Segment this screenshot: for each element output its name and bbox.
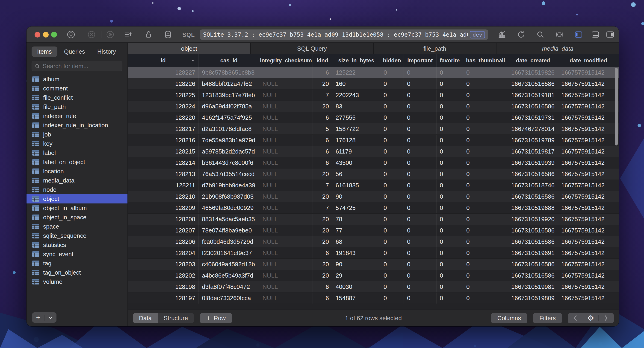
cell-kind[interactable]: 6 <box>313 135 332 146</box>
close-window-button[interactable] <box>34 32 40 37</box>
cell-important[interactable]: 0 <box>404 270 436 281</box>
cell-kind[interactable]: 20 <box>313 214 332 225</box>
cell-id[interactable]: 128203 <box>128 259 199 270</box>
cell-size_in_bytes[interactable]: 77 <box>332 225 380 236</box>
add-item-button[interactable]: + <box>32 312 44 323</box>
document-title[interactable]: SQLite 3.37.2 : ec9e7c37-b753-4e1a-ad09-… <box>200 29 488 40</box>
cell-date_modified[interactable]: 1667575915142 <box>558 146 619 157</box>
cell-hidden[interactable]: 0 <box>380 157 404 168</box>
cell-important[interactable]: 0 <box>404 78 436 89</box>
column-header-integrity_checksum[interactable]: integrity_checksum <box>259 54 313 67</box>
cell-integrity_checksum[interactable]: NULL <box>259 191 313 202</box>
cell-date_created[interactable]: 1667310519691 <box>508 247 558 258</box>
cell-date_created[interactable]: 1667310516586 <box>508 236 558 247</box>
table-row[interactable]: 1282251231839bc17e78ebNULL72202243000016… <box>128 90 619 101</box>
cell-integrity_checksum[interactable]: NULL <box>259 146 313 157</box>
cell-favorite[interactable]: 0 <box>436 135 463 146</box>
next-page-button[interactable] <box>598 313 614 323</box>
cell-kind[interactable]: 20 <box>313 169 332 179</box>
cell-cas_id[interactable]: b488bbf012a47f62 <box>199 78 259 89</box>
refresh-icon[interactable] <box>516 30 526 39</box>
cell-integrity_checksum[interactable]: NULL <box>259 180 313 191</box>
cell-date_created[interactable]: 1667310519789 <box>508 135 558 146</box>
cell-kind[interactable]: 6 <box>313 293 332 304</box>
cell-has_thumbnail[interactable]: 0 <box>463 67 508 78</box>
cell-important[interactable]: 0 <box>404 123 436 134</box>
cell-date_modified[interactable]: 1667575915142 <box>558 169 619 179</box>
cell-id[interactable]: 128208 <box>128 214 199 225</box>
table-row[interactable]: 12820778e074ff3ba9ebe0NULL20770000166731… <box>128 225 619 236</box>
table-row[interactable]: 128198d3fa8f07f48c0472NULL64003000001667… <box>128 281 619 293</box>
cell-size_in_bytes[interactable]: 61179 <box>332 146 380 157</box>
cell-id[interactable]: 128215 <box>128 146 199 157</box>
sidebar-item-statistics[interactable]: statistics <box>26 240 128 249</box>
disconnect-icon[interactable] <box>87 30 96 39</box>
cell-hidden[interactable]: 0 <box>380 112 404 123</box>
sidebar-item-album[interactable]: album <box>26 75 128 84</box>
cell-has_thumbnail[interactable]: 0 <box>463 135 508 146</box>
sql-mode-label[interactable]: SQL <box>182 31 195 38</box>
sidebar-item-space[interactable]: space <box>26 222 128 231</box>
cell-kind[interactable]: 6 <box>313 112 332 123</box>
cell-favorite[interactable]: 0 <box>436 112 463 123</box>
cell-date_created[interactable]: 1667310519826 <box>508 67 558 78</box>
cell-cas_id[interactable]: d7b919bbb9de4a39 <box>199 180 259 191</box>
doc-tab-media_data[interactable]: media_data <box>496 43 619 54</box>
cell-favorite[interactable]: 0 <box>436 225 463 236</box>
cell-integrity_checksum[interactable]: NULL <box>259 157 313 168</box>
cell-has_thumbnail[interactable]: 0 <box>463 214 508 225</box>
cell-kind[interactable]: 20 <box>313 225 332 236</box>
table-row[interactable]: 1282279b8c578b3651c8b3612522200001667310… <box>128 67 619 78</box>
cell-favorite[interactable]: 0 <box>436 169 463 179</box>
cell-date_created[interactable]: 1667310516586 <box>508 259 558 270</box>
cell-date_modified[interactable]: 1667575915142 <box>558 236 619 247</box>
table-row[interactable]: 12820888314a5dac5aeb35NULL20780000166731… <box>128 214 619 225</box>
sidebar-item-label_on_object[interactable]: label_on_object <box>26 158 128 167</box>
cell-hidden[interactable]: 0 <box>380 90 404 101</box>
cell-integrity_checksum[interactable]: NULL <box>259 169 313 179</box>
cell-date_created[interactable]: 1667310516586 <box>508 101 558 112</box>
cell-integrity_checksum[interactable]: NULL <box>259 202 313 213</box>
cell-size_in_bytes[interactable]: 56 <box>332 169 380 179</box>
cell-hidden[interactable]: 0 <box>380 293 404 304</box>
cell-favorite[interactable]: 0 <box>436 236 463 247</box>
cell-important[interactable]: 0 <box>404 157 436 168</box>
toggle-bottom-panel-icon[interactable] <box>591 30 600 39</box>
doc-tab-file_path[interactable]: file_path <box>374 43 496 54</box>
sidebar-item-object_in_space[interactable]: object_in_space <box>26 213 128 222</box>
cell-date_modified[interactable]: 1667575915142 <box>558 191 619 202</box>
cell-important[interactable]: 0 <box>404 101 436 112</box>
vertical-scrollbar[interactable] <box>615 68 618 146</box>
sidebar-item-indexer_rule[interactable]: indexer_rule <box>26 111 128 121</box>
cell-integrity_checksum[interactable] <box>259 67 313 78</box>
cell-favorite[interactable]: 0 <box>436 157 463 168</box>
column-header-hidden[interactable]: hidden <box>380 54 404 67</box>
cell-has_thumbnail[interactable]: 0 <box>463 169 508 179</box>
cell-favorite[interactable]: 0 <box>436 293 463 304</box>
cell-has_thumbnail[interactable]: 0 <box>463 259 508 270</box>
cell-id[interactable]: 128202 <box>128 270 199 281</box>
cell-favorite[interactable]: 0 <box>436 214 463 225</box>
cell-id[interactable]: 128226 <box>128 78 199 89</box>
cell-kind[interactable]: 6 <box>313 281 332 292</box>
preview-eye-icon[interactable] <box>106 30 115 39</box>
sidebar-item-job[interactable]: job <box>26 130 128 139</box>
cell-date_created[interactable]: 1667310519920 <box>508 214 558 225</box>
cell-has_thumbnail[interactable]: 0 <box>463 281 508 292</box>
sidebar-search[interactable] <box>32 61 122 71</box>
toggle-right-panel-icon[interactable] <box>606 30 615 39</box>
cell-has_thumbnail[interactable]: 0 <box>463 225 508 236</box>
cell-date_modified[interactable]: 1667575915142 <box>558 202 619 213</box>
filters-button[interactable]: Filters <box>533 313 562 323</box>
cell-size_in_bytes[interactable]: 160 <box>332 78 380 89</box>
sidebar-item-node[interactable]: node <box>26 185 128 194</box>
cell-kind[interactable]: 6 <box>313 67 332 78</box>
cell-integrity_checksum[interactable]: NULL <box>259 225 313 236</box>
cell-kind[interactable]: 20 <box>313 101 332 112</box>
cell-date_created[interactable]: 1667310519809 <box>508 293 558 304</box>
cell-id[interactable]: 128216 <box>128 135 199 146</box>
doc-tab-sql-query[interactable]: SQL Query <box>251 43 374 54</box>
cell-id[interactable]: 128206 <box>128 236 199 247</box>
structure-view-button[interactable]: Structure <box>158 313 194 323</box>
cell-date_modified[interactable]: 1667575915142 <box>558 78 619 89</box>
